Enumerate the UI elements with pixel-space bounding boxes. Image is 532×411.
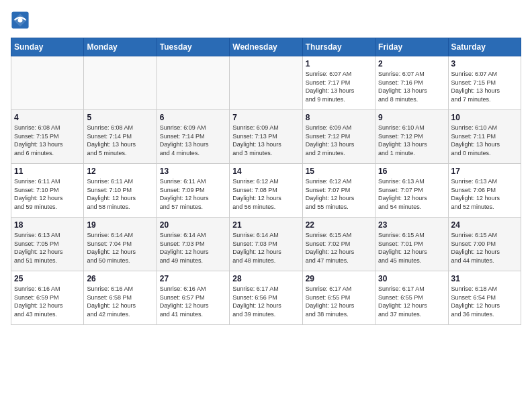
day-detail: Sunrise: 6:16 AMSunset: 6:57 PMDaylight:…: [160, 285, 226, 318]
day-detail: Sunrise: 6:14 AMSunset: 7:03 PMDaylight:…: [232, 231, 299, 265]
week-row-5: 25Sunrise: 6:16 AMSunset: 6:59 PMDayligh…: [11, 271, 521, 325]
day-number: 13: [160, 167, 226, 176]
day-cell: 6Sunrise: 6:09 AMSunset: 7:14 PMDaylight…: [157, 110, 229, 164]
day-number: 5: [87, 113, 153, 122]
day-cell: 21Sunrise: 6:14 AMSunset: 7:03 PMDayligh…: [230, 218, 302, 271]
day-detail: Sunrise: 6:12 AMSunset: 7:07 PMDaylight:…: [306, 177, 372, 211]
day-cell: 19Sunrise: 6:14 AMSunset: 7:04 PMDayligh…: [84, 218, 157, 271]
day-cell: 23Sunrise: 6:15 AMSunset: 7:01 PMDayligh…: [375, 218, 448, 271]
day-detail: Sunrise: 6:13 AMSunset: 7:06 PMDaylight:…: [451, 177, 518, 211]
day-detail: Sunrise: 6:14 AMSunset: 7:04 PMDaylight:…: [87, 231, 153, 265]
day-detail: Sunrise: 6:12 AMSunset: 7:08 PMDaylight:…: [232, 177, 299, 211]
day-cell: 29Sunrise: 6:17 AMSunset: 6:55 PMDayligh…: [302, 271, 375, 325]
day-cell: 2Sunrise: 6:07 AMSunset: 7:16 PMDaylight…: [375, 56, 448, 110]
day-cell: 10Sunrise: 6:10 AMSunset: 7:11 PMDayligh…: [448, 110, 521, 164]
day-detail: Sunrise: 6:18 AMSunset: 6:54 PMDaylight:…: [451, 285, 518, 318]
day-cell: 13Sunrise: 6:11 AMSunset: 7:09 PMDayligh…: [157, 164, 229, 218]
day-cell: 27Sunrise: 6:16 AMSunset: 6:57 PMDayligh…: [157, 271, 229, 325]
day-detail: Sunrise: 6:17 AMSunset: 6:56 PMDaylight:…: [232, 285, 299, 318]
week-row-2: 4Sunrise: 6:08 AMSunset: 7:15 PMDaylight…: [11, 110, 521, 164]
day-cell: 20Sunrise: 6:14 AMSunset: 7:03 PMDayligh…: [157, 218, 229, 271]
weekday-header-thursday: Thursday: [302, 38, 375, 56]
day-cell: 14Sunrise: 6:12 AMSunset: 7:08 PMDayligh…: [230, 164, 302, 218]
day-detail: Sunrise: 6:17 AMSunset: 6:55 PMDaylight:…: [378, 285, 445, 318]
day-detail: Sunrise: 6:09 AMSunset: 7:14 PMDaylight:…: [160, 124, 226, 157]
day-cell: 15Sunrise: 6:12 AMSunset: 7:07 PMDayligh…: [302, 164, 375, 218]
day-cell: 5Sunrise: 6:08 AMSunset: 7:14 PMDaylight…: [84, 110, 157, 164]
day-detail: Sunrise: 6:07 AMSunset: 7:17 PMDaylight:…: [306, 70, 372, 103]
day-cell: 9Sunrise: 6:10 AMSunset: 7:12 PMDaylight…: [375, 110, 448, 164]
weekday-row: SundayMondayTuesdayWednesdayThursdayFrid…: [11, 38, 521, 56]
day-cell: 18Sunrise: 6:13 AMSunset: 7:05 PMDayligh…: [11, 218, 84, 271]
day-cell: 16Sunrise: 6:13 AMSunset: 7:07 PMDayligh…: [375, 164, 448, 218]
day-cell: 3Sunrise: 6:07 AMSunset: 7:15 PMDaylight…: [448, 56, 521, 110]
day-detail: Sunrise: 6:07 AMSunset: 7:16 PMDaylight:…: [378, 70, 445, 103]
day-cell: 17Sunrise: 6:13 AMSunset: 7:06 PMDayligh…: [448, 164, 521, 218]
day-detail: Sunrise: 6:14 AMSunset: 7:03 PMDaylight:…: [160, 231, 226, 265]
day-number: 21: [232, 220, 299, 230]
weekday-header-sunday: Sunday: [11, 38, 84, 56]
day-number: 29: [306, 274, 372, 283]
calendar-body: 1Sunrise: 6:07 AMSunset: 7:17 PMDaylight…: [11, 56, 521, 325]
weekday-header-monday: Monday: [84, 38, 157, 56]
day-cell: 22Sunrise: 6:15 AMSunset: 7:02 PMDayligh…: [302, 218, 375, 271]
day-detail: Sunrise: 6:11 AMSunset: 7:09 PMDaylight:…: [160, 177, 226, 211]
day-detail: Sunrise: 6:15 AMSunset: 7:02 PMDaylight:…: [306, 231, 372, 265]
logo: [11, 11, 32, 30]
day-detail: Sunrise: 6:11 AMSunset: 7:10 PMDaylight:…: [14, 177, 81, 211]
day-cell: 28Sunrise: 6:17 AMSunset: 6:56 PMDayligh…: [230, 271, 302, 325]
day-detail: Sunrise: 6:08 AMSunset: 7:14 PMDaylight:…: [87, 124, 153, 157]
day-number: 26: [87, 274, 153, 283]
day-number: 27: [160, 274, 226, 283]
logo-icon: [11, 11, 30, 30]
day-cell: 7Sunrise: 6:09 AMSunset: 7:13 PMDaylight…: [230, 110, 302, 164]
day-number: 8: [306, 113, 372, 122]
week-row-3: 11Sunrise: 6:11 AMSunset: 7:10 PMDayligh…: [11, 164, 521, 218]
day-number: 14: [232, 167, 299, 176]
day-number: 3: [451, 59, 518, 68]
day-number: 28: [232, 274, 299, 283]
day-detail: Sunrise: 6:13 AMSunset: 7:07 PMDaylight:…: [378, 177, 445, 211]
day-detail: Sunrise: 6:13 AMSunset: 7:05 PMDaylight:…: [14, 231, 81, 265]
day-cell: 30Sunrise: 6:17 AMSunset: 6:55 PMDayligh…: [375, 271, 448, 325]
weekday-header-friday: Friday: [375, 38, 448, 56]
day-detail: Sunrise: 6:11 AMSunset: 7:10 PMDaylight:…: [87, 177, 153, 211]
day-cell: 26Sunrise: 6:16 AMSunset: 6:58 PMDayligh…: [84, 271, 157, 325]
day-detail: Sunrise: 6:16 AMSunset: 6:58 PMDaylight:…: [87, 285, 153, 318]
day-detail: Sunrise: 6:10 AMSunset: 7:11 PMDaylight:…: [451, 124, 518, 157]
day-number: 16: [378, 167, 445, 176]
day-detail: Sunrise: 6:09 AMSunset: 7:12 PMDaylight:…: [306, 124, 372, 157]
day-cell: [84, 56, 157, 110]
day-cell: [11, 56, 84, 110]
day-cell: 11Sunrise: 6:11 AMSunset: 7:10 PMDayligh…: [11, 164, 84, 218]
day-detail: Sunrise: 6:15 AMSunset: 7:00 PMDaylight:…: [451, 231, 518, 265]
weekday-header-saturday: Saturday: [448, 38, 521, 56]
day-detail: Sunrise: 6:10 AMSunset: 7:12 PMDaylight:…: [378, 124, 445, 157]
day-cell: [230, 56, 302, 110]
calendar-header: SundayMondayTuesdayWednesdayThursdayFrid…: [11, 38, 521, 56]
page-header: [11, 11, 521, 30]
day-number: 22: [306, 220, 372, 230]
day-number: 18: [14, 220, 81, 230]
day-detail: Sunrise: 6:15 AMSunset: 7:01 PMDaylight:…: [378, 231, 445, 265]
day-number: 2: [378, 59, 445, 68]
day-number: 19: [87, 220, 153, 230]
day-detail: Sunrise: 6:09 AMSunset: 7:13 PMDaylight:…: [232, 124, 299, 157]
weekday-header-tuesday: Tuesday: [157, 38, 229, 56]
day-number: 20: [160, 220, 226, 230]
weekday-header-wednesday: Wednesday: [230, 38, 302, 56]
day-cell: 31Sunrise: 6:18 AMSunset: 6:54 PMDayligh…: [448, 271, 521, 325]
day-number: 24: [451, 220, 518, 230]
day-cell: 8Sunrise: 6:09 AMSunset: 7:12 PMDaylight…: [302, 110, 375, 164]
day-number: 6: [160, 113, 226, 122]
svg-point-2: [18, 18, 23, 23]
day-number: 9: [378, 113, 445, 122]
calendar-table: SundayMondayTuesdayWednesdayThursdayFrid…: [11, 38, 521, 325]
day-cell: 12Sunrise: 6:11 AMSunset: 7:10 PMDayligh…: [84, 164, 157, 218]
day-number: 4: [14, 113, 81, 122]
day-number: 10: [451, 113, 518, 122]
week-row-4: 18Sunrise: 6:13 AMSunset: 7:05 PMDayligh…: [11, 218, 521, 271]
day-detail: Sunrise: 6:16 AMSunset: 6:59 PMDaylight:…: [14, 285, 81, 318]
day-number: 7: [232, 113, 299, 122]
day-cell: 1Sunrise: 6:07 AMSunset: 7:17 PMDaylight…: [302, 56, 375, 110]
